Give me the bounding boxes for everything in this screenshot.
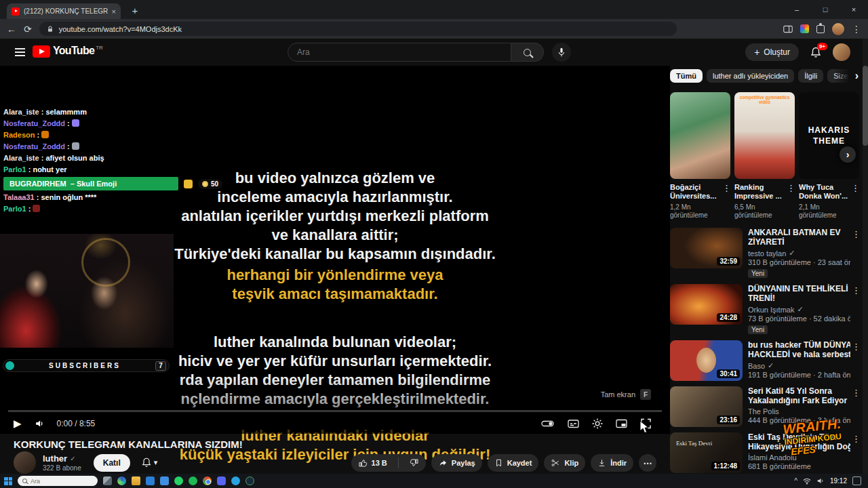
account-avatar[interactable] [833,43,850,61]
more-options-icon[interactable]: ⋮ [852,285,860,296]
youtube-logo[interactable]: YouTube TR [33,45,103,58]
progress-bar[interactable] [8,410,662,412]
clip-button[interactable]: Klip [544,454,585,472]
extension-icon[interactable] [800,24,809,33]
channel-name-block[interactable]: luther ✓ 322 B abone [43,454,81,472]
volume-icon[interactable] [33,418,45,429]
related-video[interactable]: 30:41 bu rus hacker TÜM DÜNYAYI HACKLEDİ… [670,340,860,381]
volume-tray-icon[interactable] [816,477,825,485]
like-button[interactable]: 13 B [351,454,394,472]
search-button[interactable] [511,43,544,62]
video-thumbnail[interactable]: 30:41 [670,340,743,381]
store-icon[interactable] [146,476,155,485]
shorts-scroll-chevron[interactable]: › [840,146,856,163]
chat-separator: : [26,205,33,213]
subscriber-count: 322 B abone [43,464,81,472]
more-options-icon[interactable]: ⋮ [852,434,860,444]
more-options-icon[interactable]: ⋮ [851,183,859,220]
browser-menu-icon[interactable]: ⋮ [852,24,861,35]
refresh-button[interactable]: ⟳ [24,24,32,35]
channel-avatar[interactable] [14,451,36,474]
search-input[interactable] [297,47,502,57]
hamburger-menu-icon[interactable] [15,48,25,56]
fullscreen-icon[interactable] [639,418,652,430]
search-box[interactable] [288,43,511,62]
taskbar-search-input[interactable] [31,478,85,485]
page-scrollbar[interactable] [863,39,868,474]
edge-icon[interactable] [117,476,126,485]
address-bar[interactable]: youtube.com/watch?v=4MOdjs3dcKk [39,22,677,36]
back-button[interactable]: ← [7,24,16,35]
whatsapp-icon[interactable] [174,476,183,485]
start-button[interactable] [4,477,12,485]
chip-all[interactable]: Tümü [670,69,703,83]
related-video-channel[interactable]: testo taylan ✓ [748,249,850,258]
chips-chevron-right-icon[interactable]: › [855,70,860,82]
create-button[interactable]: + Oluştur [745,43,799,61]
more-options-icon[interactable]: ⋮ [852,229,860,239]
wifi-icon[interactable] [803,478,811,485]
window-minimize-button[interactable]: – [783,0,811,19]
video-thumbnail[interactable]: 24:28 [670,284,743,325]
video-thumbnail[interactable]: 32:59 [670,228,743,268]
settings-gear-icon[interactable] [591,418,604,430]
tray-expand-icon[interactable]: ^ [794,477,797,485]
window-close-button[interactable]: × [840,0,868,19]
more-options-icon[interactable]: ⋮ [852,342,860,352]
share-button[interactable]: Paylaş [431,454,482,472]
taskbar-search-box[interactable] [18,476,98,486]
tab-close-icon[interactable]: × [112,7,116,16]
site-info-lock-icon[interactable] [46,25,54,33]
scrollbar-thumb[interactable] [863,66,868,146]
notification-preference-button[interactable]: ▾ [141,457,158,468]
chip-related[interactable]: İlgili [798,69,823,83]
join-button[interactable]: Katıl [94,454,130,472]
more-options-icon[interactable]: ⋮ [787,183,795,220]
video-thumbnail[interactable]: 23:16 [670,386,743,427]
browser-tab[interactable]: (2122) KORKUNÇ TELEGRAM KA × [7,3,121,19]
task-view-icon[interactable] [103,476,112,485]
autoplay-toggle-icon[interactable] [540,418,555,430]
short-thumbnail[interactable]: competitive gymnastics video [734,92,795,179]
related-video-channel[interactable]: Baso ✓ [748,361,850,370]
short-thumbnail[interactable] [670,92,730,179]
new-tab-button[interactable]: + [127,3,142,18]
download-button[interactable]: İndir [591,454,633,472]
chip-from-uploader[interactable]: luther adlı yükleyiciden [707,69,794,83]
play-button[interactable]: ▶ [14,418,22,430]
short-thumbnail[interactable]: HAKARIS THEME [799,92,859,179]
miniplayer-icon[interactable] [615,418,628,430]
video-thumbnail[interactable]: Eski Taş Devri 1:12:48 [670,432,743,473]
more-actions-button[interactable]: ⋯ [639,454,656,472]
window-maximize-button[interactable]: □ [811,0,840,19]
notifications-button[interactable]: 9+ [810,46,822,59]
short-item[interactable]: Boğaziçi Üniversites... 1,2 Mn görüntüle… [670,92,730,220]
channel-name[interactable]: luther [43,454,67,464]
short-item[interactable]: competitive gymnastics video Ranking Imp… [734,92,795,220]
file-explorer-icon[interactable] [132,476,140,485]
related-video[interactable]: 24:28 DÜNYANIN EN TEHLİKELİ TRENİ! Orkun… [670,284,860,335]
search-icon [524,49,531,56]
voice-search-button[interactable] [552,43,571,62]
spotify-icon[interactable] [189,476,197,485]
more-options-icon[interactable]: ⋮ [852,388,860,398]
telegram-icon[interactable] [231,476,240,485]
side-panel-icon[interactable] [783,25,793,33]
more-options-icon[interactable]: ⋮ [722,183,730,220]
clock[interactable]: 19:12 [830,477,847,485]
related-video[interactable]: 32:59 ANKARALI BATMAN EV ZİYARETİ testo … [670,228,860,279]
dislike-button[interactable] [403,454,426,472]
video-player[interactable]: bu video yalnızca gözlem ve inceleme ama… [0,66,670,434]
extensions-puzzle-icon[interactable] [816,25,825,33]
save-button[interactable]: Kaydet [488,454,539,472]
chrome-icon[interactable] [203,476,212,485]
related-video-channel[interactable]: The Polis [748,407,850,415]
notification-center-icon[interactable] [852,476,861,485]
mail-icon[interactable] [160,476,169,485]
discord-icon[interactable] [217,476,226,485]
steam-icon[interactable] [245,476,254,485]
browser-profile-avatar[interactable] [832,23,844,35]
related-video-channel[interactable]: Orkun Işıtmak ✓ [748,305,850,314]
related-video-meta: 73 B görüntüleme · 52 dakika önce [748,314,850,323]
subtitles-icon[interactable] [567,418,580,430]
